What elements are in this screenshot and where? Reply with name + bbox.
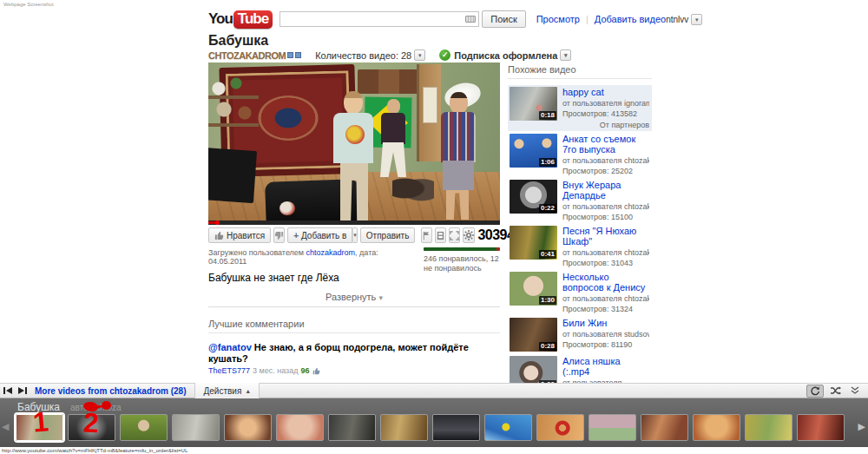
wall-poster: [423, 87, 437, 123]
status-url: http://www.youtube.com/watch?v=mFHKjTTd-…: [2, 448, 187, 453]
related-video-title[interactable]: Несколько вопросов к Денису: [562, 272, 649, 293]
add-to-button[interactable]: + Добавить в: [287, 227, 352, 243]
filmstrip-thumb[interactable]: [641, 414, 688, 441]
related-video-item[interactable]: 0:28 Били Жин от пользователя studsovets…: [508, 316, 652, 353]
keyboard-icon[interactable]: [465, 16, 476, 23]
nav-browse-link[interactable]: Просмотр: [536, 14, 580, 24]
more-videos-link[interactable]: More videos from chtozakadrom (28): [35, 386, 186, 396]
related-video-user: от пользователя chtozakadrom: [562, 294, 649, 303]
filmstrip-title: Бабушка: [17, 401, 60, 413]
filmstrip-thumb[interactable]: [745, 414, 792, 441]
filmstrip-right-chevron[interactable]: ▶: [858, 421, 865, 432]
comment-age: 3 мес. назад: [253, 366, 298, 375]
loop-button[interactable]: [806, 385, 824, 398]
filmstrip-thumb[interactable]: [172, 414, 220, 441]
likes-summary: 246 понравилось, 12 не понравилось: [424, 254, 500, 273]
search-input[interactable]: [279, 11, 479, 27]
filmstrip-thumb[interactable]: [484, 414, 532, 441]
duration-badge: 0:41: [539, 250, 556, 259]
logo-you-text: You: [208, 10, 233, 28]
comment-votes: 96: [301, 366, 310, 375]
user-menu-dropdown[interactable]: ▾: [691, 14, 702, 25]
filmstrip-thumb[interactable]: [693, 414, 740, 441]
related-video-title[interactable]: Анкат со съемок 7го выпуска: [562, 134, 649, 155]
share-button[interactable]: Отправить: [360, 227, 416, 243]
player-control-bar[interactable]: [208, 220, 500, 225]
uploader-link[interactable]: chtozakadrom: [306, 248, 356, 257]
duration-badge: 0:22: [539, 204, 556, 213]
comment-thumb-up-icon[interactable]: [312, 367, 320, 375]
filmstrip-thumb[interactable]: [120, 414, 168, 441]
filmstrip-thumb[interactable]: [432, 414, 480, 441]
video-player[interactable]: [208, 63, 500, 225]
filmstrip-left-chevron[interactable]: ◀: [2, 421, 9, 432]
related-video-title[interactable]: Били Жин: [562, 318, 649, 328]
shuffle-button[interactable]: [826, 385, 844, 398]
search-button[interactable]: Поиск: [482, 10, 525, 28]
like-button[interactable]: Нравится: [208, 227, 271, 243]
filmstrip-thumb-current[interactable]: [16, 414, 63, 441]
related-video-user: от пользователя chtozakadrom: [562, 248, 649, 257]
page-title: Бабушка: [208, 33, 268, 49]
uploaded-prefix: Загружено пользователем: [208, 248, 304, 257]
channel-social-icon[interactable]: [287, 52, 293, 58]
wardrobe-boxes: [358, 69, 422, 94]
related-video-views: Просмотров: 15100: [562, 213, 649, 221]
related-video-item[interactable]: 1:30 Несколько вопросов к Денису от поль…: [508, 270, 652, 315]
nav-upload-link[interactable]: Добавить видео: [595, 14, 666, 24]
filmstrip-thumb[interactable]: [328, 414, 376, 441]
related-video-thumbnail[interactable]: 0:41: [510, 226, 557, 260]
upload-info: Загружено пользователем chtozakadrom, да…: [208, 248, 417, 266]
youtube-logo[interactable]: You Tube: [208, 10, 273, 29]
next-icon: [17, 386, 28, 395]
filmstrip-thumb[interactable]: [224, 414, 272, 441]
filmstrip-thumb[interactable]: [536, 414, 584, 441]
video-count-label: Количество видео: 28: [315, 50, 411, 61]
actions-tab[interactable]: Действия ▲: [194, 383, 260, 398]
channel-social-icon[interactable]: [295, 52, 301, 58]
username-label[interactable]: ntnlvv: [666, 15, 688, 24]
film-button[interactable]: [435, 227, 446, 243]
dislike-button[interactable]: [273, 227, 285, 243]
resize-button[interactable]: [449, 227, 460, 243]
related-video-views: Просмотров: 81190: [562, 340, 649, 349]
person-center-head: [344, 91, 363, 114]
related-video-title[interactable]: Внук Жерара Депардье: [562, 180, 649, 201]
previous-video-button[interactable]: [0, 385, 15, 398]
related-video-thumbnail[interactable]: 0:28: [510, 318, 557, 352]
related-video-title[interactable]: Алиса няшка (:.mp4: [562, 356, 649, 377]
video-count-dropdown[interactable]: ▾: [414, 49, 425, 61]
related-video-thumbnail[interactable]: 1:06: [510, 134, 557, 168]
flag-button[interactable]: [421, 227, 432, 243]
filmstrip-thumb[interactable]: [797, 414, 845, 441]
channel-logo[interactable]: chtozakadrom: [208, 50, 286, 61]
related-video-title[interactable]: happy cat: [562, 87, 649, 97]
related-video-views: Просмотров: 413582: [562, 109, 649, 118]
next-video-button[interactable]: [15, 385, 30, 398]
filmstrip-thumb[interactable]: [589, 414, 636, 441]
video-title: Бабушка не знает где Лёха: [208, 272, 399, 284]
related-video-thumbnail[interactable]: 1:30: [510, 272, 557, 306]
related-video-item[interactable]: 1:06 Анкат со съемок 7го выпуска от поль…: [508, 132, 652, 177]
settings-button[interactable]: [463, 227, 475, 243]
collapse-bar-button[interactable]: [846, 385, 864, 398]
comment-mention-link[interactable]: @fanatov: [208, 342, 252, 352]
related-video-item[interactable]: 0:41 Песня "Я Нюхаю Шкаф" от пользовател…: [508, 224, 652, 269]
comment-author-link[interactable]: TheETS777: [208, 366, 250, 375]
filmstrip-thumb[interactable]: [276, 414, 324, 441]
related-video-thumbnail[interactable]: 0:18: [510, 87, 557, 121]
related-video-item[interactable]: 0:22 Внук Жерара Депардье от пользовател…: [508, 178, 652, 223]
duration-badge: 0:28: [539, 342, 556, 351]
expand-description[interactable]: Развернуть ▾: [208, 292, 500, 307]
related-video-user: от пользователя studsovetshow: [562, 330, 649, 339]
filmstrip-thumb[interactable]: [68, 414, 115, 441]
related-video-item[interactable]: 0:18 happy cat от пользователя ignoramus…: [508, 85, 652, 131]
duration-badge: 1:30: [539, 296, 556, 305]
related-video-thumbnail[interactable]: 0:22: [510, 180, 557, 214]
floor-bags: [392, 174, 434, 203]
filmstrip-thumb[interactable]: [380, 414, 428, 441]
player-progress-handle[interactable]: [215, 220, 220, 225]
subscription-dropdown[interactable]: ▾: [560, 49, 571, 61]
related-video-title[interactable]: Песня "Я Нюхаю Шкаф": [562, 226, 649, 247]
add-to-dropdown[interactable]: ▾: [352, 227, 358, 243]
